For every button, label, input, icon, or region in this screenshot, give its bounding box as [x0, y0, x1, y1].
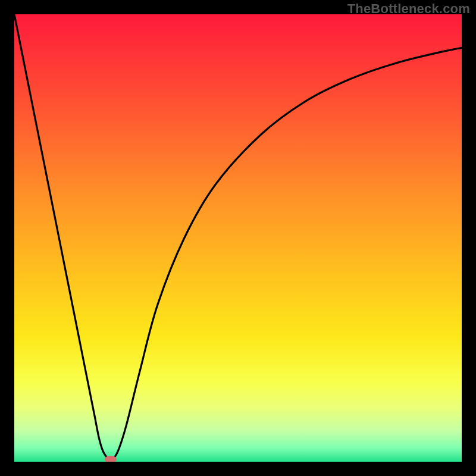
bottleneck-curve: [14, 14, 462, 462]
chart-frame: TheBottleneck.com: [0, 0, 476, 476]
plot-area: [14, 14, 462, 462]
attribution-label: TheBottleneck.com: [347, 1, 470, 17]
optimum-marker: [105, 456, 117, 462]
